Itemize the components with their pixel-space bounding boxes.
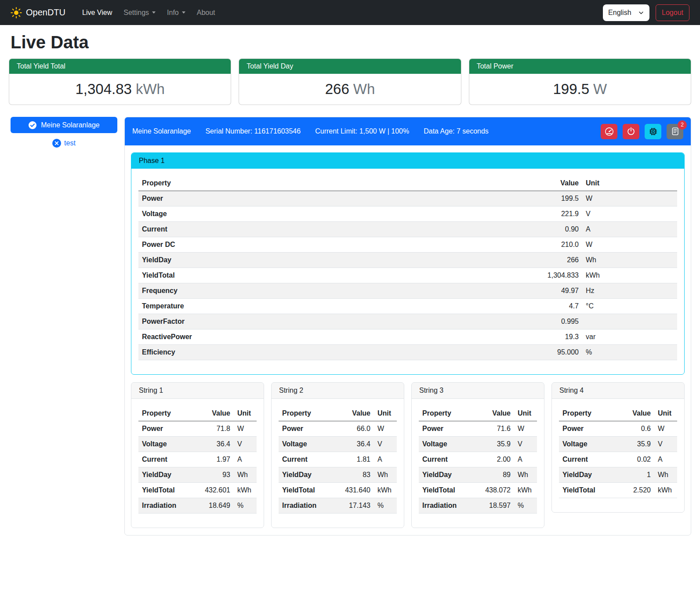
inverter-button-test[interactable]: test [11,139,117,148]
string-1-table: Property Value Unit Power71.8WVoltage36.… [138,406,257,514]
unit-cell: W [582,237,677,253]
unit-cell: V [582,206,677,222]
stat-card-unit: Wh [353,81,375,97]
value-cell: 1 [612,467,654,483]
inverter-button-meine-solaranlage[interactable]: Meine Solaranlage [11,117,117,133]
column-header-property: Property [559,406,612,421]
logout-button[interactable]: Logout [656,4,689,21]
table-row: Frequency49.97Hz [138,283,677,299]
unit-cell: A [374,452,397,467]
stat-card-title: Total Power [469,59,691,74]
unit-cell: Hz [582,283,677,299]
unit-cell: kWh [234,483,257,498]
property-cell: YieldDay [279,467,332,483]
nav-item-about[interactable]: About [192,5,220,20]
table-header-row: Property Value Unit [138,176,677,191]
column-header-property: Property [279,406,332,421]
string-4-table: Property Value Unit Power0.6WVoltage35.9… [559,406,677,498]
nav-item-label: Settings [123,9,149,17]
inverter-data-age: Data Age: 7 seconds [424,127,489,135]
device-info-button[interactable] [645,124,661,139]
column-header-property: Property [419,406,472,421]
property-cell: PowerFactor [138,314,525,329]
journal-text-icon [671,127,679,136]
value-cell: 0.02 [612,452,654,467]
property-cell: Power [559,421,612,437]
table-row: Power DC210.0W [138,237,677,253]
value-cell: 1.97 [192,452,234,467]
brand[interactable]: OpenDTU [11,7,65,18]
table-row: Power199.5W [138,191,677,206]
unit-cell: °C [582,299,677,314]
table-row: Efficiency95.000% [138,345,677,360]
unit-cell: V [514,437,537,452]
table-row: Current1.97A [138,452,257,467]
string-card-title: String 3 [412,383,544,399]
stat-card-value: 266 [325,81,349,97]
top-navbar: OpenDTU Live View Settings Info About En… [0,0,700,25]
column-header-value: Value [472,406,514,421]
nav-item-info[interactable]: Info [163,5,190,20]
nav-item-live-view[interactable]: Live View [78,5,116,20]
string-2-table: Property Value Unit Power66.0WVoltage36.… [279,406,397,514]
column-header-unit: Unit [234,406,257,421]
event-log-button[interactable]: 2 [667,124,683,139]
property-cell: Voltage [138,206,525,222]
value-cell: 432.601 [192,483,234,498]
phase-panel-title: Phase 1 [131,153,684,169]
unit-cell: % [234,498,257,514]
property-cell: Current [138,452,192,467]
property-cell: YieldDay [138,467,192,483]
nav-item-settings[interactable]: Settings [119,5,160,20]
stat-card-unit: W [593,81,607,97]
unit-cell [582,314,677,329]
nav-item-label: About [197,9,215,17]
column-header-value: Value [525,176,582,191]
value-cell: 89 [472,467,514,483]
unit-cell: W [234,421,257,437]
column-header-unit: Unit [582,176,677,191]
inverter-serial: Serial Number: 116171603546 [205,127,301,135]
power-icon [627,127,635,136]
string-3-card: String 3 Property Value Unit [411,382,544,528]
chevron-down-icon [182,11,185,14]
column-header-unit: Unit [374,406,397,421]
speedometer-icon [605,127,614,136]
unit-cell: W [654,421,677,437]
language-select[interactable]: English [603,4,649,21]
table-row: PowerFactor0.995 [138,314,677,329]
unit-cell: A [514,452,537,467]
power-button[interactable] [623,124,639,139]
unit-cell: kWh [374,483,397,498]
property-cell: Current [279,452,332,467]
value-cell: 1,304.833 [525,268,582,283]
event-count-badge: 2 [678,120,687,130]
value-cell: 95.000 [525,345,582,360]
strings-row: String 1 Property Value Unit [131,382,685,528]
value-cell: 1.81 [332,452,374,467]
property-cell: Power DC [138,237,525,253]
unit-cell: W [582,191,677,206]
property-cell: YieldDay [559,467,612,483]
unit-cell: Wh [514,467,537,483]
table-row: YieldDay93Wh [138,467,257,483]
table-row: Power71.6W [419,421,537,437]
limit-settings-button[interactable] [601,124,617,139]
value-cell: 71.8 [192,421,234,437]
table-row: YieldTotal432.601kWh [138,483,257,498]
table-row: Temperature4.7°C [138,299,677,314]
property-cell: YieldDay [419,467,472,483]
sun-icon [11,7,22,18]
value-cell: 35.9 [472,437,514,452]
property-cell: Voltage [279,437,332,452]
total-yield-total-card: Total Yield Total 1,304.83kWh [9,58,231,105]
property-cell: Voltage [138,437,192,452]
phase-panel: Phase 1 Property Value Unit [131,152,685,375]
property-cell: YieldTotal [279,483,332,498]
value-cell: 49.97 [525,283,582,299]
nav-item-label: Info [167,9,179,17]
value-cell: 36.4 [192,437,234,452]
value-cell: 4.7 [525,299,582,314]
property-cell: Power [138,421,192,437]
unit-cell: A [654,452,677,467]
